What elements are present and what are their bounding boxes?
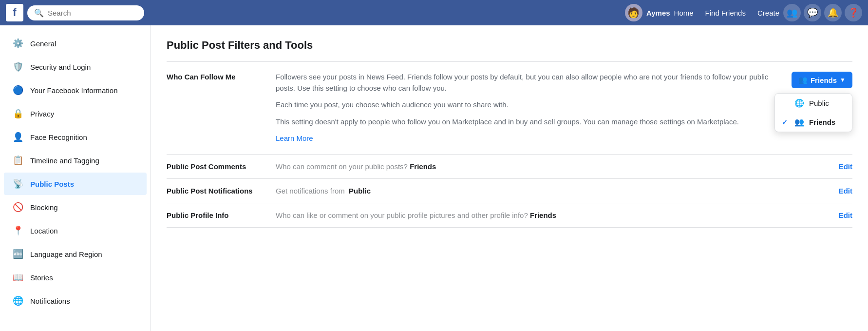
profile-info-label: Public Profile Info — [167, 211, 264, 219]
sidebar: ⚙️ General 🛡️ Security and Login 🔵 Your … — [0, 25, 151, 331]
sidebar-label-blocking: Blocking — [30, 203, 58, 212]
caret-icon: ▼ — [840, 77, 846, 83]
bell-icon[interactable]: 🔔 — [824, 4, 842, 21]
public-profile-info-row: Public Profile Info Who can like or comm… — [167, 203, 852, 228]
follow-action: 👥 Friends ▼ 🌐 Public ✓ 👥 F — [792, 72, 852, 88]
sidebar-item-blocking[interactable]: 🚫 Blocking — [4, 196, 147, 218]
profile-info-desc-text: Who can like or comment on your public p… — [276, 211, 528, 219]
stories-icon: 📖 — [12, 271, 24, 284]
sidebar-item-language-region[interactable]: 🔤 Language and Region — [4, 243, 147, 265]
layout: ⚙️ General 🛡️ Security and Login 🔵 Your … — [0, 25, 868, 331]
comments-desc-text: Who can comment on your public posts? — [276, 162, 408, 171]
public-post-notifications-row: Public Post Notifications Get notificati… — [167, 179, 852, 203]
nav-create[interactable]: Create — [757, 9, 779, 17]
main-content: Public Post Filters and Tools Who Can Fo… — [151, 25, 868, 331]
user-name: Aymes — [646, 9, 670, 17]
dropdown-option-friends[interactable]: ✓ 👥 Friends — [775, 113, 852, 132]
help-icon[interactable]: ❓ — [845, 4, 862, 21]
navbar-links: Home Find Friends Create — [674, 9, 779, 17]
public-option-label: Public — [809, 99, 829, 107]
sidebar-label-notifications: Notifications — [30, 297, 70, 305]
search-bar: 🔍 — [27, 5, 144, 20]
sidebar-label-face: Face Recognition — [30, 133, 87, 141]
comments-highlight: Friends — [410, 162, 436, 171]
search-input[interactable] — [48, 9, 137, 17]
search-icon: 🔍 — [34, 8, 44, 18]
profile-info-desc: Who can like or comment on your public p… — [276, 211, 827, 219]
sidebar-label-stories: Stories — [30, 273, 53, 282]
friends-dropdown-button[interactable]: 👥 Friends ▼ — [792, 72, 852, 88]
friends-option-icon: 👥 — [794, 117, 804, 127]
comments-edit[interactable]: Edit — [839, 162, 852, 171]
sidebar-item-stories[interactable]: 📖 Stories — [4, 266, 147, 289]
nav-home[interactable]: Home — [674, 9, 694, 17]
sidebar-label-timeline: Timeline and Tagging — [30, 156, 99, 165]
globe-icon: 🌐 — [794, 98, 804, 108]
profile-info-edit[interactable]: Edit — [839, 211, 852, 219]
navbar-icons: 👥 💬 🔔 ❓ — [783, 4, 862, 21]
sidebar-item-notifications[interactable]: 🌐 Notifications — [4, 290, 147, 312]
sidebar-item-timeline-tagging[interactable]: 📋 Timeline and Tagging — [4, 149, 147, 172]
sidebar-label-location: Location — [30, 227, 58, 235]
notifications-label: Public Post Notifications — [167, 187, 264, 195]
comments-desc: Who can comment on your public posts? Fr… — [276, 162, 827, 171]
lock-icon: 🔒 — [12, 107, 24, 120]
public-posts-icon: 📡 — [12, 177, 24, 190]
nav-find-friends[interactable]: Find Friends — [705, 9, 746, 17]
friends-check: ✓ — [782, 118, 790, 126]
messenger-icon[interactable]: 💬 — [804, 4, 821, 21]
notifications-highlight: Public — [349, 187, 371, 195]
sidebar-item-security-login[interactable]: 🛡️ Security and Login — [4, 56, 147, 78]
who-can-follow-label: Who Can Follow Me — [167, 72, 264, 81]
face-icon: 👤 — [12, 131, 24, 143]
sidebar-item-location[interactable]: 📍 Location — [4, 219, 147, 242]
navbar: f 🔍 🧑 Aymes Home Find Friends Create 👥 💬… — [0, 0, 868, 25]
sidebar-label-general: General — [30, 39, 56, 48]
who-can-follow-content: Followers see your posts in News Feed. F… — [276, 72, 780, 144]
comments-label: Public Post Comments — [167, 162, 264, 171]
public-check — [782, 99, 790, 107]
sidebar-item-general[interactable]: ⚙️ General — [4, 32, 147, 55]
shield-icon: 🛡️ — [12, 60, 24, 73]
user-profile-nav[interactable]: 🧑 Aymes — [625, 4, 670, 21]
follow-desc-1: Followers see your posts in News Feed. F… — [276, 72, 780, 94]
timeline-icon: 📋 — [12, 154, 24, 167]
sidebar-label-facebook-info: Your Facebook Information — [30, 86, 118, 95]
sidebar-item-facebook-info[interactable]: 🔵 Your Facebook Information — [4, 79, 147, 101]
sidebar-item-public-posts[interactable]: 📡 Public Posts — [4, 173, 147, 195]
notifications-edit[interactable]: Edit — [839, 187, 852, 195]
profile-info-highlight: Friends — [530, 211, 556, 219]
notifications-desc-text: Get notifications from — [276, 187, 345, 195]
facebook-logo[interactable]: f — [6, 4, 23, 21]
avatar: 🧑 — [625, 4, 642, 21]
sidebar-label-public-posts: Public Posts — [30, 180, 74, 188]
gear-icon: ⚙️ — [12, 37, 24, 50]
sidebar-item-face-recognition[interactable]: 👤 Face Recognition — [4, 126, 147, 148]
learn-more-link[interactable]: Learn More — [276, 134, 313, 142]
follow-desc-3: This setting doesn't apply to people who… — [276, 117, 780, 128]
friends-option-label: Friends — [809, 118, 835, 126]
notifications-icon: 🌐 — [12, 294, 24, 307]
sidebar-item-privacy[interactable]: 🔒 Privacy — [4, 102, 147, 125]
who-can-follow-section: Who Can Follow Me Followers see your pos… — [167, 62, 852, 155]
people-icon[interactable]: 👥 — [783, 4, 801, 21]
language-icon: 🔤 — [12, 248, 24, 260]
friends-icon: 👥 — [798, 76, 808, 84]
facebook-info-icon: 🔵 — [12, 84, 24, 97]
location-icon: 📍 — [12, 224, 24, 237]
who-can-follow-row: Who Can Follow Me Followers see your pos… — [167, 72, 852, 144]
sidebar-label-language: Language and Region — [30, 250, 102, 258]
page-title: Public Post Filters and Tools — [167, 39, 852, 52]
follow-desc-2: Each time you post, you choose which aud… — [276, 99, 780, 111]
notifications-desc: Get notifications from Public — [276, 187, 827, 195]
public-post-comments-row: Public Post Comments Who can comment on … — [167, 155, 852, 179]
friends-label: Friends — [811, 76, 837, 84]
sidebar-label-security: Security and Login — [30, 63, 91, 71]
sidebar-label-privacy: Privacy — [30, 110, 54, 118]
follow-dropdown-menu: 🌐 Public ✓ 👥 Friends — [774, 93, 852, 132]
dropdown-option-public[interactable]: 🌐 Public — [775, 94, 852, 113]
block-icon: 🚫 — [12, 201, 24, 214]
